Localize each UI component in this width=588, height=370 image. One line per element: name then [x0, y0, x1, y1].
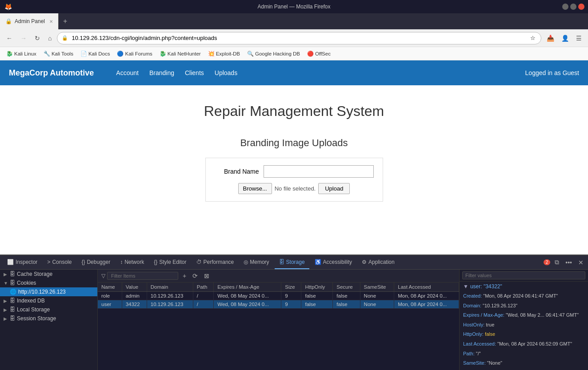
- col-name: Name: [98, 282, 122, 292]
- bookmark-kali-tools[interactable]: 🔧 Kali Tools: [41, 50, 76, 58]
- session-storage-icon: 🗄: [10, 315, 15, 322]
- window-controls: [562, 4, 584, 10]
- nav-uploads[interactable]: Uploads: [215, 69, 237, 76]
- tab-console[interactable]: > Console: [43, 255, 76, 269]
- detail-value: "/": [476, 351, 481, 356]
- bookmark-kali-linux[interactable]: 🐉 Kali Linux: [4, 50, 39, 58]
- table-row[interactable]: user3432210.129.26.123/Wed, 08 May 2024 …: [98, 300, 459, 309]
- upload-form: Brand Name Browse... No file selected. U…: [205, 158, 383, 202]
- table-cell: false: [301, 300, 333, 309]
- inspector-label: Inspector: [16, 259, 37, 265]
- tab-storage[interactable]: 🗄 Storage: [275, 255, 309, 269]
- detail-key: HttpOnly:: [463, 331, 485, 337]
- bookmark-offsec[interactable]: 🔴 OffSec: [304, 50, 333, 58]
- new-tab-button[interactable]: +: [59, 13, 72, 29]
- tab-style-editor[interactable]: {} Style Editor: [149, 255, 191, 269]
- address-bar[interactable]: 🔒 ☆: [57, 32, 541, 44]
- upload-button[interactable]: Upload: [318, 183, 350, 194]
- profile-icon[interactable]: 👤: [559, 33, 572, 44]
- brand-name-input[interactable]: [264, 165, 374, 178]
- close-devtools-button[interactable]: ✕: [576, 258, 585, 267]
- detail-entry: Last Accessed: "Mon, 08 Apr 2024 06:52:0…: [460, 339, 588, 349]
- active-tab[interactable]: 🔒 Admin Panel ✕: [0, 13, 59, 29]
- sidebar-local-storage[interactable]: ▶ 🗄 Local Storage: [0, 305, 97, 314]
- page-content: Repair Management System Branding Image …: [0, 85, 588, 211]
- filter-values-input[interactable]: [462, 271, 585, 279]
- add-cookie-button[interactable]: +: [181, 271, 188, 280]
- sidebar-indexed-db[interactable]: ▶ 🗄 Indexed DB: [0, 296, 97, 305]
- tab-debugger[interactable]: {} Debugger: [77, 255, 115, 269]
- nav-clients[interactable]: Clients: [185, 69, 204, 76]
- expand-icon: ▶: [4, 307, 8, 312]
- bookmark-google-hacking[interactable]: 🔍 Google Hacking DB: [244, 50, 303, 58]
- table-cell: false: [333, 292, 360, 300]
- more-options-button[interactable]: •••: [564, 258, 574, 267]
- minimize-button[interactable]: [562, 4, 568, 10]
- refresh-button[interactable]: ⟳: [191, 271, 200, 280]
- reload-button[interactable]: ↻: [32, 33, 43, 44]
- tab-performance[interactable]: ⏱ Performance: [192, 255, 239, 269]
- devtools-toolbar: ▽ + ⟳ ⊠: [98, 270, 459, 282]
- bookmark-exploit-db[interactable]: 💥 Exploit-DB: [205, 50, 243, 58]
- home-button[interactable]: ⌂: [45, 33, 54, 44]
- bookmark-label: Exploit-DB: [216, 51, 240, 56]
- application-label: Application: [368, 259, 395, 265]
- tab-close-button[interactable]: ✕: [49, 19, 53, 24]
- performance-label: Performance: [204, 259, 234, 265]
- clear-button[interactable]: ⊠: [202, 271, 211, 280]
- sidebar-cookies-section[interactable]: ▼ 🗄 Cookies: [0, 278, 97, 287]
- col-last-accessed: Last Accessed: [394, 282, 459, 292]
- tab-accessibility[interactable]: ♿ Accessibility: [310, 255, 356, 269]
- storage-label: Storage: [286, 259, 305, 265]
- filter-items-input[interactable]: [107, 272, 178, 280]
- maximize-button[interactable]: [570, 4, 576, 10]
- sidebar-cache-storage[interactable]: ▶ 🗄 Cache Storage: [0, 270, 97, 278]
- bookmark-kali-docs[interactable]: 📄 Kali Docs: [78, 50, 113, 58]
- close-window-button[interactable]: [578, 4, 584, 10]
- accessibility-label: Accessibility: [323, 259, 352, 265]
- back-button[interactable]: ←: [4, 33, 15, 44]
- cookies-host-label: http://10.129.26.123: [18, 289, 66, 295]
- detail-key: Expires / Max-Age:: [463, 312, 506, 318]
- nav-branding[interactable]: Branding: [149, 69, 174, 76]
- cookies-table: Name Value Domain Path Expires / Max-Age…: [98, 282, 459, 309]
- table-row[interactable]: roleadmin10.129.26.123/Wed, 08 May 2024 …: [98, 292, 459, 300]
- address-bar-icons: ☆: [530, 35, 536, 41]
- tab-memory[interactable]: ◎ Memory: [239, 255, 273, 269]
- indexed-db-label: Indexed DB: [17, 298, 45, 304]
- bookmark-label: OffSec: [315, 51, 331, 56]
- address-input[interactable]: [72, 35, 530, 41]
- bookmark-kali-nethunter[interactable]: 🐉 Kali NetHunter: [157, 50, 204, 58]
- sidebar-session-storage[interactable]: ▶ 🗄 Session Storage: [0, 314, 97, 323]
- table-cell: 9: [281, 292, 301, 300]
- detail-key: SameSite:: [463, 360, 487, 366]
- bookmark-label: Kali Docs: [88, 51, 110, 56]
- forward-button[interactable]: →: [18, 33, 29, 44]
- menu-button[interactable]: ☰: [573, 33, 584, 44]
- bookmark-label: Google Hacking DB: [255, 51, 300, 56]
- debugger-label: Debugger: [87, 259, 110, 265]
- application-icon: ⚙: [362, 259, 367, 265]
- pocket-icon[interactable]: 📥: [544, 33, 557, 44]
- cookies-rows: roleadmin10.129.26.123/Wed, 08 May 2024 …: [98, 292, 459, 309]
- split-pane-button[interactable]: ⧉: [553, 258, 561, 267]
- sidebar-cookies-host[interactable]: 🌐 http://10.129.26.123: [0, 287, 97, 296]
- nav-account[interactable]: Account: [116, 69, 139, 76]
- table-cell: 10.129.26.123: [147, 300, 193, 309]
- table-cell: None: [360, 300, 394, 309]
- table-cell: 34322: [122, 300, 147, 309]
- expand-icon: ▶: [4, 272, 8, 277]
- browse-button[interactable]: Browse...: [238, 183, 272, 194]
- bookmark-kali-forums[interactable]: 🔵 Kali Forums: [114, 50, 155, 58]
- devtools-main-panel: ▽ + ⟳ ⊠ Name Value Domain Path Expires: [98, 270, 459, 370]
- inspector-icon: ⬜: [7, 259, 14, 265]
- devtools-body: ▶ 🗄 Cache Storage ▼ 🗄 Cookies 🌐 http://1…: [0, 270, 588, 370]
- tab-application[interactable]: ⚙ Application: [357, 255, 399, 269]
- bookmark-star-icon[interactable]: ☆: [530, 35, 536, 41]
- tab-network[interactable]: ↕ Network: [116, 255, 148, 269]
- kali-forums-icon: 🔵: [117, 51, 124, 57]
- indexed-db-icon: 🗄: [10, 298, 15, 304]
- expand-icon: ▶: [4, 298, 8, 303]
- tab-inspector[interactable]: ⬜ Inspector: [3, 255, 42, 269]
- kali-linux-icon: 🐉: [6, 51, 13, 57]
